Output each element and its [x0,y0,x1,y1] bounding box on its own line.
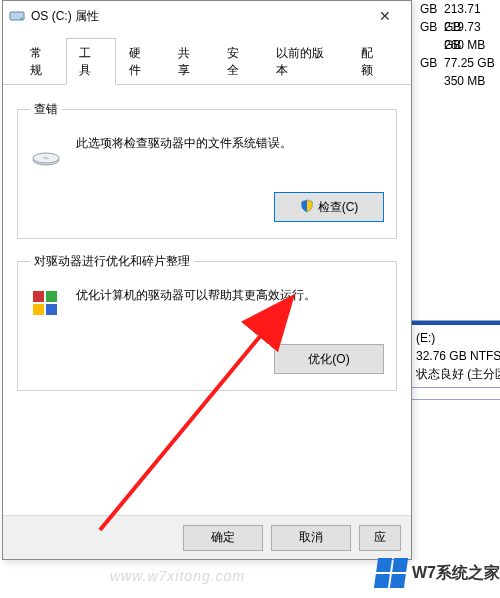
tab-general[interactable]: 常规 [17,38,66,85]
disk-partition-panel: (E:) 32.76 GB NTFS 状态良好 (主分区 [412,320,500,400]
tab-label: 工具 [79,46,91,77]
group-error-checking: 查错 此选项将检查驱动器中的文件系统错误。 检查(C) [17,101,397,239]
svg-rect-7 [33,304,44,315]
partition-size: 32.76 GB NTFS [416,347,498,365]
optimize-button[interactable]: 优化(O) [274,344,384,374]
tab-hardware[interactable]: 硬件 [116,38,165,85]
button-label: 确定 [211,529,235,546]
defrag-icon [30,288,62,320]
partition-status: 状态良好 (主分区 [416,365,498,383]
tab-label: 安全 [227,46,239,77]
svg-rect-5 [33,291,44,302]
bg-cell: GB [420,18,444,36]
close-button[interactable]: ✕ [365,2,405,30]
group-description: 此选项将检查驱动器中的文件系统错误。 [76,134,292,153]
bg-cell: 350 MB [444,72,500,90]
tab-strip: 常规 工具 硬件 共享 安全 以前的版本 配额 [3,37,411,85]
bg-cell: 77.25 GB [444,54,500,72]
button-label: 优化(O) [308,351,349,368]
button-label: 检查(C) [318,199,359,216]
bg-cell: GB [420,54,444,72]
svg-rect-8 [46,304,57,315]
brand-logo-icon [374,558,408,588]
titlebar[interactable]: OS (C:) 属性 ✕ [3,1,411,31]
bg-row: GB77.25 GB [420,54,500,72]
properties-dialog: OS (C:) 属性 ✕ 常规 工具 硬件 共享 安全 以前的版本 配额 查错 … [2,0,412,560]
bg-cell: 213.71 GB [444,0,500,18]
tab-security[interactable]: 安全 [214,38,263,85]
bg-row: 350 MB [420,72,500,90]
bg-cell: GB [420,0,444,18]
bg-cell [420,72,444,90]
ok-button[interactable]: 确定 [183,525,263,551]
tab-label: 以前的版本 [276,46,324,77]
svg-point-1 [21,18,23,20]
bg-row: 260 MB [420,36,500,54]
brand-badge: W7系统之家 [376,558,500,588]
tab-label: 硬件 [129,46,141,77]
partition-body[interactable]: (E:) 32.76 GB NTFS 状态良好 (主分区 [412,325,500,387]
watermark: www.w7xitong.com [110,568,245,584]
button-label: 应 [374,529,386,546]
bg-row: GB213.71 GB [420,0,500,18]
button-label: 取消 [299,529,323,546]
tab-label: 共享 [178,46,190,77]
group-legend: 查错 [30,101,62,118]
background-disk-list: GB213.71 GB GB219.73 GB 260 MB GB77.25 G… [420,0,500,90]
check-button[interactable]: 检查(C) [274,192,384,222]
tab-label: 配额 [361,46,373,77]
partition-label: (E:) [416,329,498,347]
disk-check-icon [30,136,62,168]
shield-icon [300,199,314,216]
bg-row: GB219.73 GB [420,18,500,36]
bg-cell: 260 MB [444,36,500,54]
tab-previous-versions[interactable]: 以前的版本 [263,38,347,85]
group-description: 优化计算机的驱动器可以帮助其更高效运行。 [76,286,316,305]
apply-button[interactable]: 应 [359,525,401,551]
tab-tools-panel: 查错 此选项将检查驱动器中的文件系统错误。 检查(C) [3,85,411,535]
group-optimize: 对驱动器进行优化和碎片整理 优化计算机的驱动器可以帮助其更高效运行。 [17,253,397,391]
drive-icon [9,8,25,24]
tab-tools[interactable]: 工具 [66,38,115,85]
dialog-title: OS (C:) 属性 [31,8,365,25]
partition-foot-strip [412,387,500,399]
bg-cell [420,36,444,54]
svg-point-4 [43,157,49,159]
desktop-backdrop: GB213.71 GB GB219.73 GB 260 MB GB77.25 G… [0,0,500,598]
cancel-button[interactable]: 取消 [271,525,351,551]
svg-rect-6 [46,291,57,302]
close-icon: ✕ [379,8,391,24]
tab-quota[interactable]: 配额 [348,38,397,85]
brand-text: W7系统之家 [412,563,500,584]
tab-sharing[interactable]: 共享 [165,38,214,85]
bg-cell: 219.73 GB [444,18,500,36]
tab-label: 常规 [30,46,42,77]
dialog-footer: 确定 取消 应 [3,515,411,559]
group-legend: 对驱动器进行优化和碎片整理 [30,253,194,270]
